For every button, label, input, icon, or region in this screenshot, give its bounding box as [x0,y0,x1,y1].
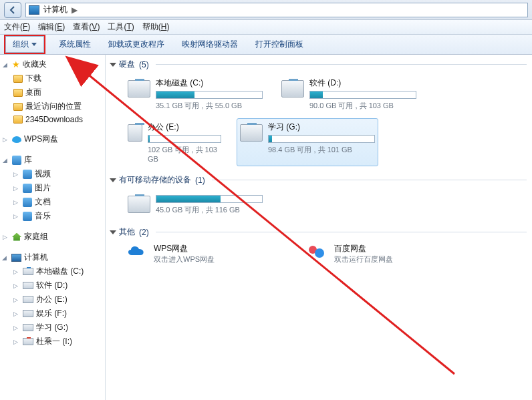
drive-icon [23,310,33,317]
drives-tile-row: 本地磁盘 (C:) 35.1 GB 可用 , 共 55.0 GB 软件 (D:)… [106,73,532,170]
computer-icon [29,5,39,15]
drive-icon [23,324,33,331]
sidebar-item-videos[interactable]: ▷视频 [1,167,104,181]
drive-icon [281,80,304,97]
toolbar-open-control-panel[interactable]: 打开控制面板 [251,37,307,51]
drive-subtext: 102 GB 可用 , 共 103 GB [148,145,221,163]
menu-file[interactable]: 文件(F) [4,21,30,33]
computer-icon [11,254,21,262]
section-header-removable[interactable]: 有可移动存储的设备 (1) [106,170,532,188]
homegroup-icon [12,233,21,241]
section-header-other[interactable]: 其他 (2) [106,222,532,240]
menu-edit[interactable]: 编辑(E) [38,21,65,33]
drive-tile-c[interactable]: 本地磁盘 (C:) 35.1 GB 可用 , 共 55.0 GB [124,74,266,114]
other-subtext: 双击进入WPS网盘 [154,254,215,264]
sidebar-item-downloads[interactable]: 下载 [1,71,104,85]
sidebar-item-documents[interactable]: ▷文档 [1,195,104,209]
nav-back-button[interactable] [4,2,21,18]
sidebar-computer-header[interactable]: ◢ 计算机 [1,250,104,264]
sidebar-item-drive-f[interactable]: ▷娱乐 (F:) [1,307,104,321]
sidebar-item-drive-g[interactable]: ▷学习 (G:) [1,321,104,335]
sidebar-item-drive-i[interactable]: ▷杜乘一 (I:) [1,335,104,349]
toolbar-map-network-drive[interactable]: 映射网络驱动器 [178,37,242,51]
drive-icon [23,282,33,289]
removable-tile[interactable]: 45.0 GB 可用 , 共 116 GB [124,190,266,218]
navigation-sidebar[interactable]: ◢ ★ 收藏夹 下载 桌面 最近访问的位置 2345Downloads ▷ WP… [0,55,106,400]
folder-icon [13,75,23,83]
wps-cloud-icon [124,243,147,260]
section-collapse-icon [110,178,116,182]
expand-icon: ▷ [13,185,20,192]
expand-icon: ▷ [13,282,20,289]
toolbar: 组织 系统属性 卸载或更改程序 映射网络驱动器 打开控制面板 [0,35,532,55]
other-tile-wps[interactable]: WPS网盘 双击进入WPS网盘 [124,243,265,264]
other-subtext: 双击运行百度网盘 [334,254,393,264]
sidebar-item-drive-d[interactable]: ▷软件 (D:) [1,278,104,292]
section-removable-count: (1) [195,176,205,185]
capacity-bar [156,195,263,203]
organize-button[interactable]: 组织 [5,36,44,53]
content-pane[interactable]: 硬盘 (5) 本地磁盘 (C:) 35.1 GB 可用 , 共 55.0 GB … [106,55,532,400]
wps-cloud-icon [12,136,21,143]
address-bar[interactable]: 计算机 ▶ [25,3,528,17]
sidebar-libraries-header[interactable]: ◢ 库 [1,153,104,167]
sidebar-wps-header[interactable]: ▷ WPS网盘 [1,132,104,146]
sidebar-item-drive-c[interactable]: ▷本地磁盘 (C:) [1,264,104,278]
section-drives-count: (5) [139,60,149,69]
section-removable-label: 有可移动存储的设备 [119,174,191,186]
sidebar-item-2345downloads[interactable]: 2345Downloads [1,114,104,126]
sidebar-item-music[interactable]: ▷音乐 [1,209,104,223]
drive-icon [240,124,263,142]
drive-tile-g[interactable]: 学习 (G:) 98.4 GB 可用 , 共 101 GB [237,118,378,166]
sidebar-computer-label: 计算机 [24,252,48,263]
drive-subtext: 45.0 GB 可用 , 共 116 GB [156,205,263,215]
breadcrumb-separator-icon[interactable]: ▶ [72,5,78,15]
other-title: 百度网盘 [334,243,393,254]
svg-point-1 [315,248,324,258]
drive-title: 软件 (D:) [309,77,416,89]
capacity-bar [156,91,263,99]
organize-label: 组织 [13,39,29,50]
folder-icon [13,89,23,97]
sidebar-item-drive-e[interactable]: ▷办公 (E:) [1,292,104,307]
menu-tools[interactable]: 工具(T) [108,21,134,33]
toolbar-uninstall-program[interactable]: 卸载或更改程序 [104,37,168,51]
sidebar-favorites-label: 收藏夹 [23,59,47,70]
expand-icon: ▷ [13,311,20,317]
drive-icon [23,338,33,345]
capacity-bar [148,135,221,143]
sidebar-item-desktop[interactable]: 桌面 [1,85,104,99]
drive-subtext: 98.4 GB 可用 , 共 101 GB [268,145,375,155]
drive-icon [128,80,150,97]
section-header-drives[interactable]: 硬盘 (5) [106,55,532,73]
libraries-icon [12,156,21,165]
sidebar-homegroup-header[interactable]: ▷ 家庭组 [1,230,104,244]
breadcrumb-root[interactable]: 计算机 [43,4,68,15]
drive-title: 办公 (E:) [148,122,221,133]
menu-help[interactable]: 帮助(H) [142,21,170,33]
expand-icon: ▷ [13,268,20,275]
sidebar-wps-label: WPS网盘 [24,134,58,145]
expand-icon: ▷ [13,296,20,303]
drive-tile-e[interactable]: 办公 (E:) 102 GB 可用 , 共 103 GB [124,118,225,166]
expand-icon: ▷ [3,234,9,240]
sidebar-item-pictures[interactable]: ▷图片 [1,181,104,195]
section-collapse-icon [110,63,116,67]
sidebar-favorites-header[interactable]: ◢ ★ 收藏夹 [1,57,104,71]
folder-icon [13,103,23,111]
document-library-icon [23,198,32,207]
expand-icon: ▷ [3,136,9,143]
drive-subtext: 90.0 GB 可用 , 共 103 GB [309,101,416,111]
collapse-icon: ◢ [2,254,9,261]
sidebar-item-recent[interactable]: 最近访问的位置 [1,99,104,114]
other-tile-baidu[interactable]: 百度网盘 双击运行百度网盘 [305,243,445,264]
sidebar-homegroup-label: 家庭组 [24,231,48,242]
collapse-icon: ◢ [3,157,9,164]
picture-library-icon [23,184,32,193]
toolbar-system-properties[interactable]: 系统属性 [55,37,95,51]
dropdown-caret-icon [31,43,37,46]
drive-icon [128,124,142,142]
menu-view[interactable]: 查看(V) [73,21,100,33]
drive-tile-d[interactable]: 软件 (D:) 90.0 GB 可用 , 共 103 GB [278,74,420,114]
back-arrow-icon [8,5,17,15]
